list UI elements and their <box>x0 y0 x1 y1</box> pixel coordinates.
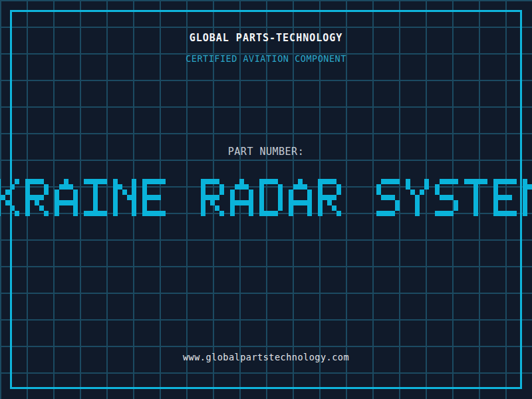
company-title: GLOBAL PARTS-TECHNOLOGY <box>0 32 532 44</box>
certification-subtitle: CERTIFIED AVIATION COMPONENT <box>0 53 532 64</box>
website-url: www.globalpartstechnology.com <box>0 352 532 362</box>
part-number-value <box>0 179 532 216</box>
part-number-label: PART NUMBER: <box>0 146 532 158</box>
certificate-page: GLOBAL PARTS-TECHNOLOGY CERTIFIED AVIATI… <box>0 0 532 399</box>
